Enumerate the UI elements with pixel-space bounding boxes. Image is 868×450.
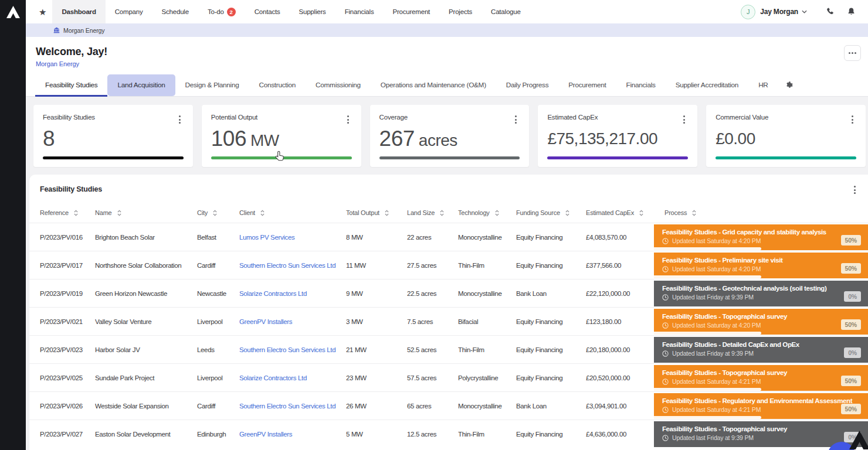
sort-icon[interactable]: [117, 210, 121, 216]
breadcrumb-company[interactable]: Morgan Energy: [63, 27, 105, 34]
column-header-city[interactable]: City: [197, 209, 239, 216]
nav-item-label: Suppliers: [299, 8, 326, 15]
tab-supplier-accreditation[interactable]: Supplier Accreditation: [666, 74, 749, 96]
cell-client[interactable]: Southern Electro Sun Services Ltd: [239, 403, 346, 410]
cell-funding-source: Equity Financing: [516, 431, 586, 438]
column-header-process[interactable]: Process: [654, 209, 868, 216]
process-updated-text: Updated last Saturday at 4:21 PM: [672, 406, 761, 413]
table-row[interactable]: P/2023/PV/017Northshore Solar Collaborat…: [29, 251, 868, 279]
tab-financials[interactable]: Financials: [616, 74, 666, 96]
tabs-settings-gear-icon[interactable]: [778, 74, 800, 96]
sort-icon[interactable]: [74, 210, 78, 216]
nav-right: J Jay Morgan: [741, 5, 868, 19]
cell-client[interactable]: GreenPV Installers: [239, 318, 346, 325]
sort-icon[interactable]: [213, 210, 217, 216]
column-header-name[interactable]: Name: [95, 209, 197, 216]
process-title: Feasibility Studies - Topographical surv…: [662, 369, 861, 376]
chevron-down-icon[interactable]: [802, 10, 807, 13]
sort-icon[interactable]: [385, 210, 389, 216]
column-header-reference[interactable]: Reference: [40, 209, 95, 216]
sort-icon[interactable]: [639, 210, 643, 216]
process-title: Feasibility Studies - Topographical surv…: [662, 313, 861, 320]
process-title: Feasibility Studies - Preliminary site v…: [662, 257, 861, 264]
process-bar[interactable]: Feasibility Studies - Preliminary site v…: [654, 253, 868, 278]
kpi-kebab-icon[interactable]: [849, 114, 856, 125]
kpi-kebab-icon[interactable]: [512, 114, 520, 125]
column-header-land-size[interactable]: Land Size: [407, 209, 458, 216]
sort-icon[interactable]: [495, 210, 499, 216]
notifications-bell-icon[interactable]: [842, 7, 860, 16]
process-bar[interactable]: Feasibility Studies - Topographical surv…: [654, 309, 868, 335]
cell-process: Feasibility Studies - Regulatory and Env…: [654, 392, 868, 420]
nav-item-contacts[interactable]: Contacts: [245, 0, 290, 23]
favorites-star-icon[interactable]: ★: [39, 8, 46, 16]
table-kebab-icon[interactable]: [851, 184, 859, 196]
nav-item-procurement[interactable]: Procurement: [383, 0, 439, 23]
logo-icon: [6, 6, 20, 18]
kpi-kebab-icon[interactable]: [176, 114, 184, 125]
column-header-client[interactable]: Client: [239, 209, 346, 216]
cell-client[interactable]: Southern Electro Sun Services Ltd: [239, 262, 346, 269]
table-row[interactable]: P/2023/PV/016Brighton Beach SolarBelfast…: [29, 223, 868, 251]
column-header-total-output[interactable]: Total Output: [346, 209, 407, 216]
column-label: Land Size: [407, 209, 435, 216]
tab-land-acquisition[interactable]: Land Acquisition: [107, 74, 175, 96]
table-row[interactable]: P/2023/PV/025Sundale Park ProjectLiverpo…: [29, 363, 868, 391]
process-bar[interactable]: Feasibility Studies - Grid capacity and …: [654, 224, 868, 250]
more-actions-button[interactable]: [844, 45, 861, 61]
app-logo[interactable]: [0, 0, 26, 23]
kpi-label: Commercial Value: [716, 114, 768, 121]
nav-item-company[interactable]: Company: [106, 0, 152, 23]
kpi-number: 267: [379, 127, 415, 151]
process-bar[interactable]: Feasibility Studies - Geotechnical analy…: [654, 281, 868, 306]
tab-operations-and-maintenance-o-m[interactable]: Operations and Maintenance (O&M): [371, 74, 496, 96]
cell-client[interactable]: Southern Electro Sun Services Ltd: [239, 346, 346, 353]
process-bar[interactable]: Feasibility Studies - Regulatory and Env…: [654, 393, 868, 419]
table-row[interactable]: P/2023/PV/026Westside Solar ExpansionCar…: [29, 391, 868, 420]
tab-feasibility-studies[interactable]: Feasibility Studies: [35, 74, 107, 96]
table-row[interactable]: P/2023/PV/023Harbor Solar JVLeedsSouther…: [29, 335, 868, 363]
cell-estimated-capex: £377,566.00: [586, 262, 654, 269]
tab-construction[interactable]: Construction: [249, 74, 306, 96]
tab-commissioning[interactable]: Commissioning: [306, 74, 371, 96]
nav-item-financials[interactable]: Financials: [335, 0, 384, 23]
cell-client[interactable]: Solarize Contractors Ltd: [239, 374, 346, 381]
tab-procurement[interactable]: Procurement: [558, 74, 616, 96]
nav-item-to-do[interactable]: To-do2: [198, 0, 245, 23]
tab-daily-progress[interactable]: Daily Progress: [496, 74, 559, 96]
column-header-technology[interactable]: Technology: [458, 209, 516, 216]
nav-item-suppliers[interactable]: Suppliers: [290, 0, 335, 23]
kpi-kebab-icon[interactable]: [680, 114, 688, 125]
sort-icon[interactable]: [260, 210, 265, 216]
column-header-funding-source[interactable]: Funding Source: [516, 209, 586, 216]
tab-design-planning[interactable]: Design & Planning: [175, 74, 249, 96]
cell-client[interactable]: Solarize Contractors Ltd: [239, 290, 346, 297]
process-bar[interactable]: Feasibility Studies - Topographical surv…: [654, 365, 868, 391]
cell-total-output: 5 MW: [346, 431, 407, 438]
cell-total-output: 11 MW: [346, 262, 407, 269]
phone-icon[interactable]: [819, 7, 842, 16]
process-bar[interactable]: Feasibility Studies - Detailed CapEx and…: [654, 337, 868, 363]
column-header-estimated-capex[interactable]: Estimated CapEx: [586, 209, 654, 216]
sort-icon[interactable]: [565, 210, 569, 216]
cell-reference: P/2023/PV/017: [40, 262, 95, 269]
nav-item-projects[interactable]: Projects: [439, 0, 482, 23]
nav-item-catalogue[interactable]: Catalogue: [482, 0, 530, 23]
cell-client[interactable]: Lumos PV Services: [239, 234, 346, 241]
avatar[interactable]: J: [741, 5, 755, 19]
table-row[interactable]: P/2023/PV/027Easton Solar DevelopmentEdi…: [29, 420, 868, 448]
sort-icon[interactable]: [440, 210, 444, 216]
company-link[interactable]: Morgan Energy: [36, 60, 79, 67]
sort-icon[interactable]: [692, 210, 696, 216]
nav-item-schedule[interactable]: Schedule: [152, 0, 198, 23]
nav-item-dashboard[interactable]: Dashboard: [52, 0, 105, 23]
process-updated-text: Updated last Friday at 9:39 PM: [672, 350, 754, 357]
user-name[interactable]: Jay Morgan: [760, 8, 798, 16]
kpi-kebab-icon[interactable]: [344, 114, 352, 125]
column-label: Total Output: [346, 209, 379, 216]
table-row[interactable]: P/2023/PV/021Valley Solar VentureLiverpo…: [29, 307, 868, 335]
process-percent-badge: 50%: [841, 235, 861, 246]
tab-hr[interactable]: HR: [748, 74, 778, 96]
cell-client[interactable]: GreenPV Installers: [239, 431, 346, 438]
table-row[interactable]: P/2023/PV/019Green Horizon NewcastleNewc…: [29, 279, 868, 307]
